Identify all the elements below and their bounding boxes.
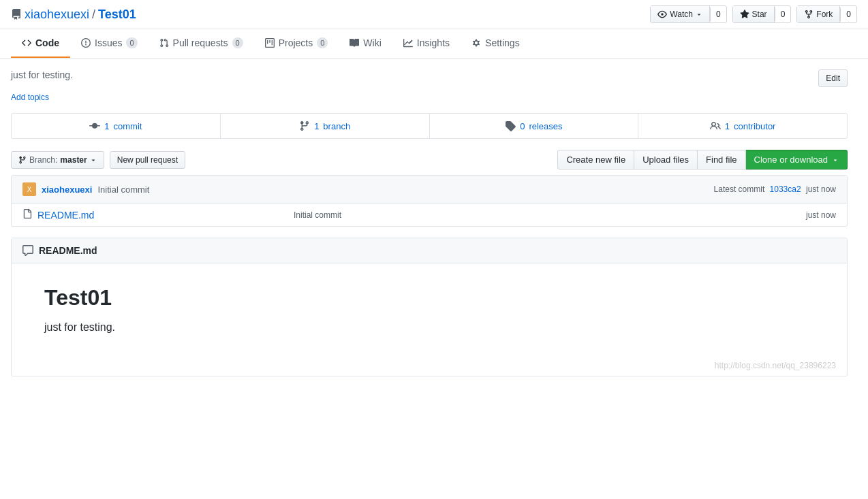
author-avatar: X [22,182,36,196]
projects-badge: 0 [317,37,328,48]
tab-issues[interactable]: Issues 0 [70,29,149,58]
star-count: 0 [775,7,791,21]
watch-button[interactable]: Watch [651,6,710,22]
watch-group: Watch 0 [650,5,726,23]
readme-box: README.md Test01 just for testing. http:… [11,238,848,376]
code-icon [22,38,31,48]
readme-body: Test01 just for testing. [12,263,847,355]
commits-count: 1 [104,121,109,131]
tab-wiki[interactable]: Wiki [339,29,392,58]
latest-commit-row: X xiaohexuexi Initial commit Latest comm… [12,176,847,204]
repo-description: just for testing. [11,69,73,80]
tab-projects[interactable]: Projects 0 [254,29,339,58]
repo-name[interactable]: Test01 [98,7,136,22]
clone-label: Clone or download [754,155,828,165]
wiki-icon [350,38,359,48]
branch-chevron-icon [90,157,97,163]
find-file-button[interactable]: Find file [698,150,746,170]
commit-hash[interactable]: 1033ca2 [770,184,801,194]
new-pull-request-button[interactable]: New pull request [110,151,185,169]
contributors-icon [710,120,721,131]
watch-label: Watch [670,10,693,19]
watermark: http://blog.csdn.net/qq_23896223 [12,355,847,376]
toolbar-left: Branch: master New pull request [11,151,185,169]
branch-icon [299,120,310,131]
fork-button[interactable]: Fork [797,6,840,22]
projects-icon [265,38,275,48]
releases-label: releases [529,121,562,131]
avatar-image: X [22,182,36,196]
branch-selector-icon [18,156,27,164]
tab-insights[interactable]: Insights [392,29,461,58]
branch-selector[interactable]: Branch: master [11,151,104,169]
upload-files-button[interactable]: Upload files [634,150,698,170]
contributors-count: 1 [725,121,730,131]
page-header: xiaohexuexi / Test01 Watch 0 [0,0,868,29]
fork-group: Fork 0 [796,5,857,23]
pr-icon [159,38,169,48]
readme-h1: Test01 [44,285,814,310]
main-content: just for testing. Edit Add topics 1 comm… [0,59,858,387]
repo-nav: Code Issues 0 Pull requests 0 Projects 0… [0,29,868,59]
clone-chevron-icon [832,157,839,163]
svg-text:X: X [27,186,32,193]
commit-meta: Latest commit 1033ca2 just now [714,184,836,194]
readme-title: README.md [39,245,97,256]
fork-count: 0 [840,7,856,21]
stats-bar: 1 commit 1 branch 0 releases 1 contribut… [11,113,848,139]
pr-badge: 0 [232,37,243,48]
latest-commit-label: Latest commit [714,184,765,194]
file-time: just now [806,210,836,220]
branches-label: branch [323,121,350,131]
star-button[interactable]: Star [733,6,775,22]
star-label: Star [752,10,767,19]
repo-description-row: just for testing. Edit [11,69,848,87]
tab-settings[interactable]: Settings [461,29,531,58]
repo-owner[interactable]: xiaohexuexi [25,7,89,22]
commit-time: just now [806,184,836,194]
file-name[interactable]: README.md [37,210,294,221]
stat-branches[interactable]: 1 branch [221,114,430,138]
document-icon [22,209,32,219]
toolbar: Branch: master New pull request Create n… [11,150,848,170]
issues-icon [81,38,91,48]
stat-releases[interactable]: 0 releases [430,114,639,138]
tab-pull-requests[interactable]: Pull requests 0 [149,29,254,58]
star-icon [740,10,749,19]
chevron-down-icon [696,11,702,18]
star-group: Star 0 [732,5,792,23]
toolbar-right: Create new file Upload files Find file C… [557,150,848,170]
create-new-file-button[interactable]: Create new file [557,150,634,170]
tag-icon [505,120,516,131]
header-actions: Watch 0 Star 0 Fork [650,5,857,23]
commit-icon [89,120,100,131]
settings-icon [471,38,481,48]
readme-paragraph: just for testing. [44,321,814,334]
branch-label: Branch: [29,155,57,165]
branches-count: 1 [314,121,319,131]
stat-commits[interactable]: 1 commit [12,114,221,138]
file-row: README.md Initial commit just now [12,204,847,226]
eye-icon [657,10,667,19]
add-topics-link[interactable]: Add topics [11,93,848,102]
readme-icon [22,245,33,256]
stat-contributors[interactable]: 1 contributor [638,114,847,138]
edit-description-button[interactable]: Edit [818,69,848,87]
file-table: X xiaohexuexi Initial commit Latest comm… [11,175,848,227]
file-commit-msg: Initial commit [294,210,806,220]
fork-label: Fork [816,10,833,19]
commit-message: Initial commit [97,184,149,195]
file-icon [22,209,32,221]
repo-icon [11,9,22,20]
commit-author-name[interactable]: xiaohexuexi [42,184,92,195]
branch-name: master [60,155,87,165]
fork-icon [804,10,813,19]
clone-or-download-button[interactable]: Clone or download [746,150,848,170]
tab-code[interactable]: Code [11,29,70,58]
repo-slash: / [92,7,95,22]
releases-count: 0 [520,121,525,131]
commits-label: commit [114,121,142,131]
issues-badge: 0 [126,37,137,48]
watch-count: 0 [710,7,726,21]
commit-author: X xiaohexuexi Initial commit [22,182,149,196]
